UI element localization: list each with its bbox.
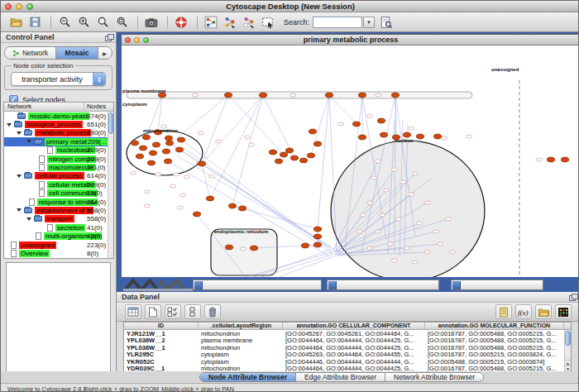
tree-row[interactable]: metabolic process280(0)	[4, 129, 108, 137]
gene-node[interactable]	[225, 245, 232, 250]
gene-node-small[interactable]	[155, 173, 160, 176]
gene-node[interactable]	[228, 203, 236, 208]
float-panel-icon[interactable]	[569, 294, 577, 300]
table-scrollbar[interactable]: ▲ ▼	[564, 330, 571, 371]
network-edge[interactable]	[279, 256, 336, 277]
gene-node-small[interactable]	[337, 122, 343, 126]
formula-builder-icon[interactable]: f(x)	[515, 304, 532, 319]
zoom-in-icon[interactable]	[75, 14, 92, 31]
gene-node-small[interactable]	[445, 218, 451, 221]
snapshot-camera-icon[interactable]	[143, 14, 160, 31]
gene-node[interactable]	[131, 141, 138, 146]
gene-node[interactable]	[193, 212, 200, 217]
vizmap-nodes-1-icon[interactable]	[222, 14, 238, 31]
gene-node-small[interactable]	[404, 246, 409, 250]
gene-node[interactable]	[403, 132, 410, 137]
network-canvas[interactable]: plasma membrane cytoplasm mitochondrion …	[122, 45, 579, 277]
gene-node-small[interactable]	[144, 204, 150, 208]
gene-node-small[interactable]	[366, 246, 372, 250]
gene-node-small[interactable]	[170, 184, 175, 188]
gene-node[interactable]	[307, 153, 314, 158]
gene-node[interactable]	[165, 141, 173, 146]
gene-node-small[interactable]	[383, 189, 389, 192]
tab-overflow-arrow-icon[interactable]: ▶	[98, 47, 111, 59]
tree-row[interactable]: transport558(0)	[4, 215, 108, 223]
gene-node[interactable]	[313, 234, 321, 239]
vizmap-nodes-2-icon[interactable]	[241, 14, 257, 31]
attribute-table-icon[interactable]	[125, 304, 141, 319]
float-panel-icon[interactable]	[105, 34, 112, 41]
node-color-dropdown[interactable]: transporter activity ▲▼	[11, 72, 106, 86]
table-row[interactable]: YJR121W__1mitochondrion[GO:0045267, GO:0…	[124, 330, 571, 337]
gene-node-small[interactable]	[215, 140, 221, 143]
import-attributes-icon[interactable]	[535, 304, 552, 319]
background-window-fragment[interactable]	[193, 280, 322, 290]
gene-node-small[interactable]	[536, 158, 542, 161]
gene-node-small[interactable]	[375, 93, 380, 97]
gene-node-small[interactable]	[356, 230, 362, 233]
disclosure-triangle-icon[interactable]	[26, 218, 31, 221]
gene-node-small[interactable]	[424, 251, 430, 254]
tree-scrollbar-thumb[interactable]	[108, 112, 113, 134]
gene-node-small[interactable]	[437, 242, 443, 246]
tree-scrollbar[interactable]	[108, 112, 113, 258]
table-row[interactable]: YPL036W__1mitochondrion[GO:0044464, GO:0…	[124, 344, 571, 351]
gene-node[interactable]	[269, 150, 276, 155]
gene-node-small[interactable]	[130, 171, 136, 174]
tree-row[interactable]: nitrogen compo209(0)	[4, 155, 108, 163]
background-window-fragment[interactable]	[327, 280, 439, 290]
gene-node[interactable]	[358, 93, 366, 98]
gene-node[interactable]	[149, 151, 156, 155]
save-icon[interactable]	[26, 14, 43, 31]
table-row[interactable]: YLR295Ccytoplasm[GO:0045263, GO:0044464,…	[124, 351, 571, 359]
gene-node-small[interactable]	[244, 136, 250, 139]
gene-node-small[interactable]	[248, 143, 254, 146]
gene-node[interactable]	[224, 93, 232, 98]
select-attributes-icon[interactable]	[165, 304, 181, 319]
col-cellular-layout-region[interactable]: _cellularLayoutRegion	[199, 323, 283, 329]
gene-node[interactable]	[301, 243, 309, 248]
tree-row[interactable]: primary metabo209(...	[4, 137, 108, 146]
gene-node[interactable]	[139, 146, 146, 151]
table-row[interactable]: YPL036W__2plasma membrane[GO:0044464, GO…	[124, 337, 571, 345]
gene-node-small[interactable]	[208, 174, 214, 178]
col-id[interactable]: ID	[124, 323, 199, 329]
zoom-out-icon[interactable]	[56, 14, 73, 31]
gene-node-small[interactable]	[366, 201, 372, 204]
tree-row[interactable]: mosaic-demo-yeast874(0)	[4, 112, 108, 120]
gene-node[interactable]	[433, 134, 441, 139]
gene-node-small[interactable]	[366, 114, 372, 117]
gene-node[interactable]	[380, 132, 387, 137]
gene-node[interactable]	[162, 149, 170, 154]
gene-node[interactable]	[165, 136, 172, 141]
unified-attributes-icon[interactable]	[184, 304, 201, 319]
gene-node[interactable]	[313, 242, 321, 247]
gene-node[interactable]	[391, 93, 399, 98]
gene-node-small[interactable]	[179, 194, 185, 197]
gene-node-small[interactable]	[441, 136, 447, 140]
gene-node-small[interactable]	[379, 213, 385, 217]
disclosure-triangle-icon[interactable]	[26, 140, 31, 143]
gene-node[interactable]	[175, 147, 183, 152]
gene-node[interactable]	[547, 157, 554, 162]
gene-node[interactable]	[259, 93, 266, 98]
network-edge[interactable]	[171, 95, 228, 143]
table-scrollbar-thumb[interactable]	[565, 331, 571, 346]
open-folder-icon[interactable]	[7, 14, 24, 31]
gene-node-small[interactable]	[391, 168, 397, 171]
gene-node[interactable]	[290, 155, 298, 160]
gene-node[interactable]	[275, 159, 282, 164]
tree-row[interactable]: nucleobase-209(0)	[4, 146, 108, 155]
gene-node[interactable]	[285, 148, 293, 153]
gene-node-small[interactable]	[412, 261, 418, 264]
gene-node-small[interactable]	[177, 206, 183, 209]
search-input[interactable]	[313, 17, 362, 28]
tree-row[interactable]: cellular metabo209(0)	[4, 180, 108, 189]
disclosure-triangle-icon[interactable]	[7, 123, 12, 127]
disclosure-triangle-icon[interactable]	[17, 174, 22, 178]
tab-node-attribute-browser[interactable]: Node Attribute Browser	[200, 373, 296, 381]
gene-node[interactable]	[147, 160, 155, 165]
tree-row[interactable]: response to stimulu264(0)	[4, 198, 108, 206]
tree-row[interactable]: cellular process614(0)	[4, 172, 108, 180]
zoom-selected-icon[interactable]	[94, 14, 111, 31]
